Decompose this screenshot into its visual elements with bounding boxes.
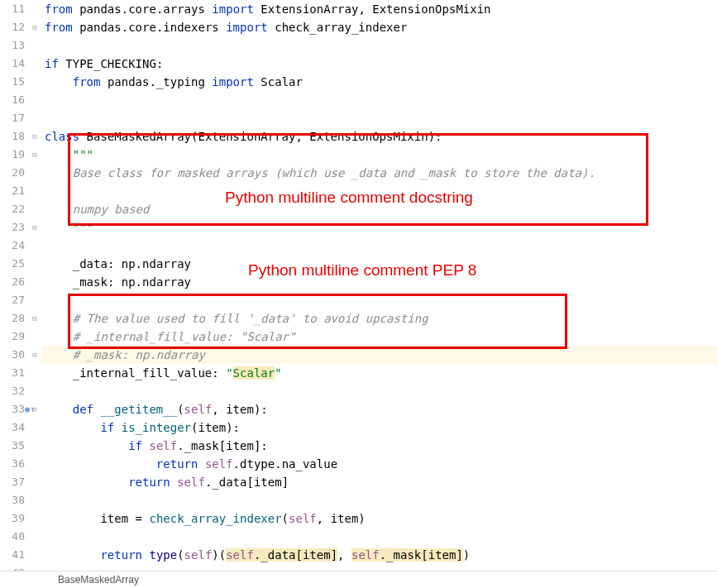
fold-marker <box>28 546 41 564</box>
fold-marker <box>28 109 41 127</box>
code-line[interactable]: """ <box>41 218 717 237</box>
breadcrumb-item[interactable]: BaseMaskedArray <box>58 574 139 586</box>
code-line[interactable] <box>41 291 717 309</box>
fold-marker <box>28 327 41 346</box>
code-line[interactable]: # _internal_fill_value: "Scalar" <box>41 327 717 346</box>
code-line[interactable]: return self.dtype.na_value <box>41 455 717 473</box>
fold-marker <box>28 273 41 291</box>
fold-marker[interactable]: ⊟ <box>28 346 41 364</box>
breadcrumb-bar[interactable]: BaseMaskedArray <box>0 571 717 588</box>
fold-marker <box>28 291 41 309</box>
code-line[interactable]: _mask: np.ndarray <box>41 273 717 291</box>
fold-marker <box>28 91 41 109</box>
code-line[interactable]: # The value used to fill '_data' to avoi… <box>41 309 717 327</box>
code-line[interactable]: item = check_array_indexer(self, item) <box>41 509 717 528</box>
code-line[interactable] <box>41 182 717 200</box>
code-line[interactable] <box>41 237 717 255</box>
fold-marker <box>28 491 41 509</box>
fold-marker <box>28 255 41 273</box>
fold-marker <box>28 528 41 546</box>
line-number: 17 <box>0 109 25 127</box>
fold-marker <box>28 382 41 400</box>
code-line[interactable]: Base class for masked arrays (which use … <box>41 164 717 182</box>
fold-column[interactable]: ⊟⊟⊟⊟⊟⊟⊟ <box>28 0 41 571</box>
code-line[interactable] <box>41 109 717 127</box>
line-number: 22 <box>0 200 25 218</box>
line-number: 23 <box>0 218 25 237</box>
line-number: 24 <box>0 237 25 255</box>
line-number: 16 <box>0 91 25 109</box>
fold-marker[interactable]: ⊟ <box>28 146 41 164</box>
fold-marker <box>28 200 41 218</box>
fold-marker <box>28 418 41 437</box>
code-text-area[interactable]: from pandas.core.arrays import Extension… <box>41 0 717 571</box>
fold-marker <box>28 437 41 455</box>
line-number: 14 <box>0 55 25 73</box>
code-line[interactable]: numpy based <box>41 200 717 218</box>
fold-marker <box>28 182 41 200</box>
line-number: 19 <box>0 146 25 164</box>
line-number: 21 <box>0 182 25 200</box>
line-number: 25 <box>0 255 25 273</box>
line-number: 39 <box>0 509 25 528</box>
code-line[interactable] <box>41 382 717 400</box>
line-number: 28 <box>0 309 25 327</box>
line-number: 33◉↑ <box>0 400 25 418</box>
code-line[interactable] <box>41 91 717 109</box>
line-number: 34 <box>0 418 25 437</box>
fold-marker[interactable]: ⊟ <box>28 400 41 418</box>
code-line[interactable] <box>41 491 717 509</box>
line-number: 31 <box>0 364 25 382</box>
code-line[interactable]: _internal_fill_value: "Scalar" <box>41 364 717 382</box>
fold-marker <box>28 55 41 73</box>
fold-marker[interactable]: ⊟ <box>28 309 41 327</box>
code-line[interactable]: class BaseMaskedArray(ExtensionArray, Ex… <box>41 127 717 146</box>
fold-marker <box>28 364 41 382</box>
fold-marker <box>28 36 41 55</box>
code-line[interactable]: if self._mask[item]: <box>41 437 717 455</box>
line-number: 26 <box>0 273 25 291</box>
code-line[interactable]: _data: np.ndarray <box>41 255 717 273</box>
code-line[interactable]: if is_integer(item): <box>41 418 717 437</box>
line-number: 18 <box>0 127 25 146</box>
code-editor[interactable]: 1112131415161718192021222324252627282930… <box>0 0 717 571</box>
line-number: 30 <box>0 346 25 364</box>
fold-marker[interactable]: ⊟ <box>28 18 41 36</box>
fold-marker <box>28 0 41 18</box>
code-line[interactable]: from pandas.core.indexers import check_a… <box>41 18 717 36</box>
fold-marker <box>28 237 41 255</box>
code-line[interactable]: from pandas.core.arrays import Extension… <box>41 0 717 18</box>
code-line[interactable]: if TYPE_CHECKING: <box>41 55 717 73</box>
line-number: 27 <box>0 291 25 309</box>
fold-marker[interactable]: ⊟ <box>28 218 41 237</box>
fold-marker <box>28 164 41 182</box>
code-line[interactable]: def __getitem__(self, item): <box>41 400 717 418</box>
code-line[interactable]: from pandas._typing import Scalar <box>41 73 717 91</box>
line-number: 41 <box>0 546 25 564</box>
code-line[interactable]: return self._data[item] <box>41 473 717 491</box>
line-number: 36 <box>0 455 25 473</box>
fold-marker <box>28 509 41 528</box>
line-number: 15 <box>0 73 25 91</box>
line-number: 38 <box>0 491 25 509</box>
line-number: 20 <box>0 164 25 182</box>
code-line[interactable]: return type(self)(self._data[item], self… <box>41 546 717 564</box>
line-number: 13 <box>0 36 25 55</box>
fold-marker <box>28 473 41 491</box>
line-number: 37 <box>0 473 25 491</box>
line-number: 32 <box>0 382 25 400</box>
line-number: 12 <box>0 18 25 36</box>
code-line[interactable] <box>41 528 717 546</box>
fold-marker <box>28 73 41 91</box>
code-line[interactable] <box>41 36 717 55</box>
line-number: 40 <box>0 528 25 546</box>
code-line[interactable]: """ <box>41 146 717 164</box>
line-number: 11 <box>0 0 25 18</box>
fold-marker <box>28 455 41 473</box>
line-number: 29 <box>0 327 25 346</box>
code-line[interactable]: # _mask: np.ndarray <box>41 346 717 364</box>
line-number-gutter: 1112131415161718192021222324252627282930… <box>0 0 28 571</box>
fold-marker[interactable]: ⊟ <box>28 127 41 146</box>
line-number: 35 <box>0 437 25 455</box>
